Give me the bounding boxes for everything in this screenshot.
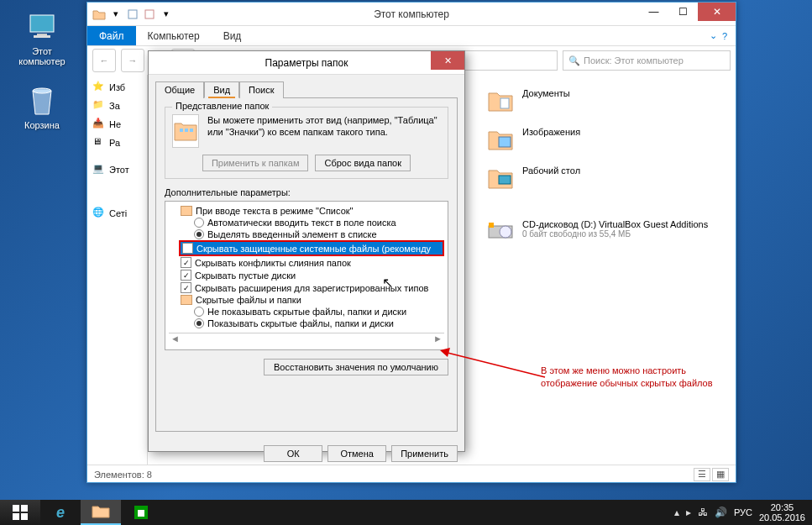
qat-icon[interactable] [126, 8, 139, 21]
cancel-button[interactable]: Отмена [327, 445, 386, 462]
restore-defaults-button[interactable]: Восстановить значения по умолчанию [264, 359, 448, 375]
properties-icon[interactable]: ▾ [109, 8, 123, 21]
folder-label: Документы [522, 88, 570, 98]
radio-icon[interactable] [194, 318, 204, 328]
tray-network-icon[interactable]: 🖧 [698, 507, 708, 518]
ok-button[interactable]: ОК [264, 445, 322, 462]
back-button[interactable]: ← [92, 49, 116, 72]
close-button[interactable]: ✕ [698, 3, 736, 21]
tree-item[interactable]: ✓Скрывать пустые диски [169, 269, 444, 281]
qat-icon[interactable] [143, 8, 156, 21]
start-button[interactable] [0, 500, 40, 525]
radio-icon[interactable] [194, 218, 204, 228]
sidebar-item-favorites[interactable]: ⭐Изб [87, 78, 147, 97]
desktop-icon-recycle-bin[interactable]: Корзина [13, 84, 71, 130]
tree-item[interactable]: ✓Скрывать конфликты слияния папок [169, 256, 444, 269]
tree-item[interactable]: ✓Скрывать расширения для зарегистрирован… [169, 281, 444, 294]
tray-language[interactable]: РУС [734, 507, 752, 517]
sidebar-item-network[interactable]: 🌐Сеті [87, 204, 147, 223]
svg-rect-18 [21, 505, 28, 512]
svg-rect-4 [128, 10, 137, 18]
network-icon: 🌐 [92, 207, 106, 220]
dialog-close-button[interactable]: ✕ [431, 51, 464, 70]
folder-label: Рабочий стол [522, 165, 580, 176]
checkbox-icon[interactable] [182, 243, 193, 254]
dialog-title: Параметры папок [265, 57, 348, 69]
sidebar-item[interactable]: 📁За [87, 97, 147, 115]
svg-rect-15 [185, 129, 188, 132]
titlebar[interactable]: ▾ ▾ Этот компьютер — ☐ ✕ [87, 3, 736, 26]
group-legend: Представление папок [172, 101, 272, 111]
folder-desktop[interactable]: Рабочий стол [482, 159, 729, 197]
taskbar-store-button[interactable] [121, 500, 161, 525]
folder-pictures[interactable]: Изображения [482, 120, 729, 159]
checkbox-icon[interactable]: ✓ [181, 257, 191, 268]
tree-item[interactable]: Скрытые файлы и папки [169, 294, 444, 306]
qat-dropdown-icon[interactable]: ▾ [160, 8, 173, 21]
folder-label: Изображения [522, 127, 580, 137]
svg-rect-20 [21, 513, 28, 520]
folder-icon [487, 88, 514, 113]
sidebar-item[interactable]: 📥Не [87, 115, 147, 134]
search-input[interactable]: 🔍 Поиск: Этот компьютер [563, 50, 731, 71]
tree-item[interactable]: Не показывать скрытые файлы, папки и дис… [169, 306, 444, 318]
view-details-icon[interactable]: ☰ [694, 468, 710, 481]
tab-search[interactable]: Поиск [239, 81, 283, 98]
tab-view[interactable]: Вид [204, 81, 239, 98]
tab-file[interactable]: Файл [87, 26, 136, 45]
tree-item[interactable]: Показывать скрытые файлы, папки и диски [169, 318, 444, 329]
folder-icon: 📁 [92, 99, 106, 113]
sidebar-item-thispc[interactable]: 💻Этот [87, 160, 147, 179]
view-large-icon[interactable]: ▦ [712, 468, 729, 481]
cursor-icon: ↖ [382, 275, 393, 291]
tray-up-icon[interactable]: ▴ [674, 507, 679, 518]
maximize-button[interactable]: ☐ [668, 3, 698, 21]
checkbox-icon[interactable]: ✓ [181, 270, 191, 281]
reset-folders-button[interactable]: Сброс вида папок [315, 155, 411, 171]
bin-icon [25, 84, 59, 118]
folder-documents[interactable]: Документы [482, 81, 729, 120]
desktop-icon-this-pc[interactable]: Этот компьютер [13, 10, 71, 66]
cd-drive-icon [487, 219, 514, 244]
svg-rect-7 [499, 137, 511, 147]
svg-point-3 [33, 88, 51, 93]
star-icon: ⭐ [92, 81, 106, 94]
tree-item-highlighted[interactable]: Скрывать защищенные системные файлы (рек… [179, 240, 444, 256]
checkbox-icon[interactable]: ✓ [181, 282, 191, 293]
tree-item[interactable]: Выделять введенный элемент в списке [169, 228, 444, 240]
tray-volume-icon[interactable]: 🔊 [715, 507, 727, 518]
svg-rect-5 [145, 10, 154, 18]
apply-to-folders-button[interactable]: Применить к папкам [202, 155, 309, 171]
drive-label: CD-дисковод (D:) VirtualBox Guest Additi… [522, 219, 708, 229]
drive-cd[interactable]: CD-дисковод (D:) VirtualBox Guest Additi… [482, 213, 729, 251]
horizontal-scrollbar[interactable]: ◄► [169, 333, 444, 344]
forward-button[interactable]: → [121, 49, 144, 72]
sidebar-item[interactable]: 🖥Ра [87, 134, 147, 152]
svg-rect-8 [499, 176, 511, 184]
advanced-settings-tree[interactable]: При вводе текста в режиме "Список" Автом… [165, 201, 448, 350]
svg-rect-6 [500, 98, 509, 108]
taskbar-explorer-button[interactable] [81, 500, 121, 525]
tray-flag-icon[interactable]: ▸ [686, 507, 691, 518]
svg-rect-22 [138, 510, 144, 517]
tab-view[interactable]: Вид [212, 26, 254, 45]
sidebar: ⭐Изб 📁За 📥Не 🖥Ра 💻Этот 🌐Сеті [87, 75, 148, 465]
tray-clock[interactable]: 20:35 20.05.2016 [759, 502, 805, 522]
desktop-icon: 🖥 [92, 136, 106, 150]
taskbar-ie-button[interactable]: e [40, 500, 81, 525]
dialog-titlebar[interactable]: Параметры папок ✕ [149, 51, 464, 75]
svg-rect-11 [489, 223, 494, 228]
tree-item[interactable]: При вводе текста в режиме "Список" [169, 205, 444, 217]
tab-general[interactable]: Общие [155, 81, 204, 98]
ribbon-expand-icon[interactable]: ⌄ ? [701, 26, 736, 45]
tree-item[interactable]: Автоматически вводить текст в поле поиск… [169, 217, 444, 228]
folder-icon: 📥 [92, 118, 106, 131]
minimize-button[interactable]: — [639, 3, 668, 21]
svg-rect-1 [37, 34, 47, 35]
folder-options-dialog: Параметры папок ✕ Общие Вид Поиск Предст… [148, 50, 465, 452]
apply-button[interactable]: Применить [391, 445, 458, 462]
svg-rect-0 [30, 15, 54, 32]
radio-icon[interactable] [194, 229, 204, 239]
tab-computer[interactable]: Компьютер [136, 26, 212, 45]
radio-icon[interactable] [194, 307, 204, 317]
